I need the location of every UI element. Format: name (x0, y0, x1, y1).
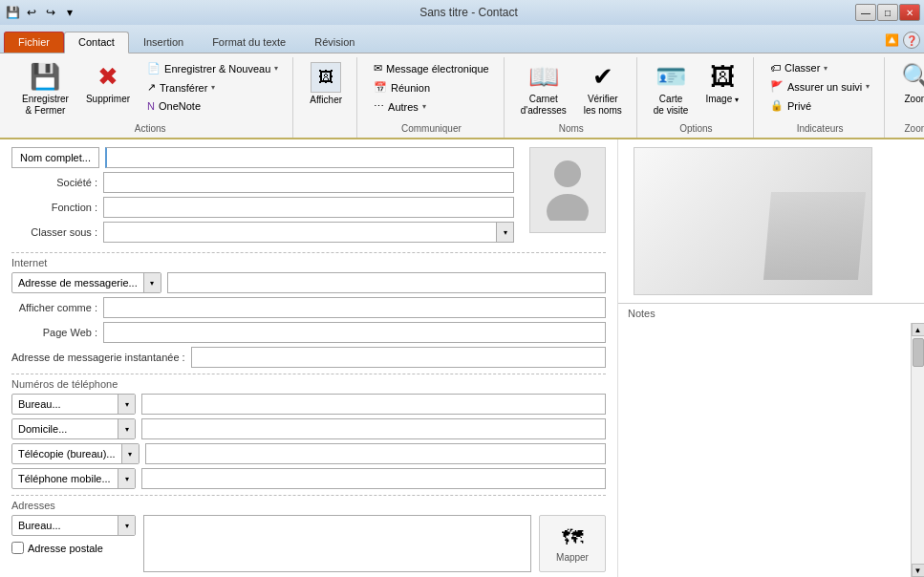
options-label: Options (679, 123, 712, 136)
mapper-label: Mapper (556, 552, 589, 563)
bureau-dropdown-arrow[interactable]: ▾ (118, 395, 135, 414)
minimize-button[interactable]: — (855, 4, 876, 21)
email-dropdown-arrow[interactable]: ▾ (143, 273, 161, 292)
email-input[interactable] (167, 272, 606, 293)
afficher-comme-row: Afficher comme : (11, 297, 606, 318)
ribbon-group-indicateurs: 🏷 Classer ▾ 🚩 Assurer un suivi ▾ 🔒 Privé… (756, 57, 885, 138)
adresse-postale-checkbox-row: Adresse postale (11, 542, 136, 554)
bureau-dropdown-btn[interactable]: Bureau... (12, 396, 118, 412)
image-button[interactable]: 🖼 Image ▾ (698, 59, 745, 108)
page-web-input[interactable] (103, 322, 606, 343)
adresse-bureau-dropdown-arrow[interactable]: ▾ (118, 516, 135, 535)
zoom-button[interactable]: 🔍 Zoom (894, 59, 924, 108)
zoom-icon: 🔍 (901, 62, 924, 92)
classer-sous-label: Classer sous : (11, 226, 97, 238)
maximize-button[interactable]: □ (877, 4, 898, 21)
adresse-postale-checkbox[interactable] (11, 542, 24, 554)
prive-button[interactable]: 🔒 Privé (763, 96, 876, 115)
messagerie-instantanee-input[interactable] (191, 347, 606, 368)
card-preview (634, 147, 872, 295)
qat-redo[interactable]: ↪ (42, 4, 59, 21)
tab-format[interactable]: Format du texte (198, 32, 300, 53)
email-icon: ✉ (374, 62, 382, 75)
reunion-button[interactable]: 📅 Réunion (367, 78, 496, 96)
domicile-dropdown-btn[interactable]: Domicile... (12, 421, 118, 437)
ribbon-tabs: Fichier Contact Insertion Format du text… (0, 25, 924, 53)
name-photo-row: Nom complet... Société : Fonction : Clas… (11, 147, 606, 246)
bureau-phone-input[interactable] (141, 394, 606, 415)
scroll-thumb[interactable] (913, 338, 924, 367)
tab-fichier[interactable]: Fichier (4, 32, 64, 53)
notes-textarea[interactable] (618, 323, 911, 577)
scroll-up-button[interactable]: ▲ (912, 323, 925, 336)
notes-scrollbar: ▲ ▼ (911, 323, 924, 577)
domicile-phone-input[interactable] (141, 418, 606, 439)
telephone-mobile-dropdown-arrow[interactable]: ▾ (118, 469, 135, 488)
afficher-label: Afficher (310, 95, 342, 106)
scroll-down-button[interactable]: ▼ (912, 564, 925, 577)
transferer-button[interactable]: ↗ Transférer ▾ (140, 78, 285, 96)
email-dropdown-btn[interactable]: Adresse de messagerie... (12, 275, 143, 290)
mapper-button[interactable]: 🗺 Mapper (539, 515, 606, 572)
nom-complet-input[interactable] (105, 147, 514, 168)
telephone-mobile-dropdown-btn[interactable]: Téléphone mobile... (12, 471, 118, 486)
qat-undo[interactable]: ↩ (23, 4, 40, 21)
enregistrer-nouveau-button[interactable]: 📄 Enregistrer & Nouveau ▾ (140, 59, 285, 77)
help-button[interactable]: ❓ (903, 32, 920, 49)
societe-label: Société : (11, 177, 97, 188)
adresses-section-label: Adresses (11, 495, 606, 511)
tab-insertion[interactable]: Insertion (129, 32, 198, 53)
ribbon-group-afficher: 🖼 Afficher (295, 57, 357, 138)
autres-button[interactable]: ⋯ Autres ▾ (367, 97, 496, 116)
classer-sous-input[interactable] (104, 225, 496, 239)
bureau-phone-row: Bureau... ▾ (11, 394, 606, 415)
internet-section-label: Internet (11, 252, 606, 268)
notes-label: Notes (624, 306, 659, 321)
tab-revision[interactable]: Révision (300, 32, 369, 53)
onenote-button[interactable]: N OneNote (140, 97, 285, 115)
telephone-mobile-input[interactable] (141, 468, 606, 489)
afficher-button[interactable]: 🖼 Afficher (303, 59, 349, 109)
more-icon: ⋯ (374, 100, 384, 113)
person-silhouette (544, 159, 591, 223)
svg-point-0 (554, 160, 581, 187)
email-row: Adresse de messagerie... ▾ (11, 272, 606, 293)
qat-save[interactable]: 💾 (4, 4, 21, 21)
domicile-dropdown-arrow[interactable]: ▾ (118, 419, 135, 438)
form-panel: Nom complet... Société : Fonction : Clas… (0, 139, 618, 577)
supprimer-button[interactable]: ✖ Supprimer (79, 59, 137, 108)
verifier-noms-button[interactable]: ✔ Vérifierles noms (577, 59, 629, 119)
fonction-label: Fonction : (11, 202, 97, 213)
classer-dropdown-arrow[interactable]: ▾ (496, 223, 513, 242)
telecopie-dropdown-btn[interactable]: Télécopie (bureau)... (12, 446, 121, 461)
close-button[interactable]: ✕ (899, 4, 920, 21)
afficher-comme-input[interactable] (103, 297, 606, 318)
photo-area[interactable] (529, 147, 606, 233)
chevron-down-icon: ▾ (824, 64, 827, 73)
telecopie-phone-input[interactable] (145, 443, 607, 464)
carte-visite-button[interactable]: 🪪 Cartede visite (647, 59, 696, 119)
carnet-adresses-button[interactable]: 📖 Carnetd'adresses (514, 59, 573, 119)
societe-input[interactable] (103, 172, 514, 193)
ribbon: 💾 Enregistrer& Fermer ✖ Supprimer 📄 Enre… (0, 53, 924, 139)
enregistrer-fermer-button[interactable]: 💾 Enregistrer& Fermer (15, 59, 75, 119)
assurer-suivi-button[interactable]: 🚩 Assurer un suivi ▾ (763, 77, 876, 96)
display-icon: 🖼 (311, 62, 341, 93)
telecopie-dropdown-arrow[interactable]: ▾ (121, 444, 139, 463)
quick-access-toolbar: 💾 ↩ ↪ ▾ (0, 4, 82, 21)
adresse-postale-label: Adresse postale (28, 543, 103, 554)
address-textarea[interactable] (143, 515, 531, 572)
societe-row: Société : (11, 172, 514, 193)
nom-complet-button[interactable]: Nom complet... (11, 147, 99, 168)
message-electronique-button[interactable]: ✉ Message électronique (367, 59, 496, 77)
classer-button[interactable]: 🏷 Classer ▾ (763, 59, 876, 76)
person-icon (544, 159, 591, 221)
zoom-label: Zoom (905, 94, 925, 105)
fonction-input[interactable] (103, 197, 514, 218)
tab-contact[interactable]: Contact (64, 32, 129, 53)
telephone-mobile-row: Téléphone mobile... ▾ (11, 468, 606, 489)
adresse-bureau-dropdown-btn[interactable]: Bureau... (12, 518, 118, 533)
actions-label: Actions (135, 123, 166, 136)
qat-dropdown[interactable]: ▾ (61, 4, 78, 21)
ribbon-help-icon[interactable]: 🔼 (885, 33, 899, 47)
